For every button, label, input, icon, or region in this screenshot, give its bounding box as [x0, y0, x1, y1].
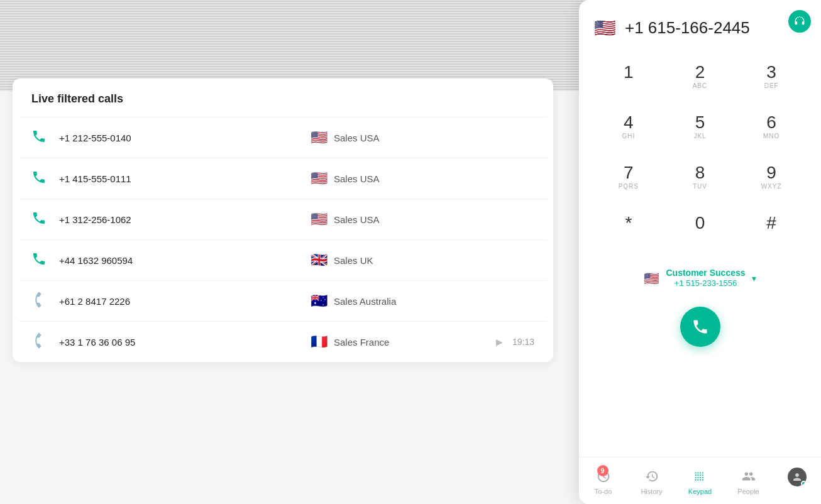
nav-label: History: [641, 488, 662, 495]
calls-panel-header: Live filtered calls: [13, 79, 553, 117]
keypad-key-*[interactable]: *: [594, 204, 663, 252]
call-type-icon: [31, 292, 49, 310]
key-letters: DEF: [764, 82, 779, 91]
call-team-name: Sales USA: [334, 214, 380, 225]
call-row[interactable]: +61 2 8417 2226 🇦🇺 Sales Australia: [19, 280, 547, 321]
call-flag-icon: 🇬🇧: [311, 252, 328, 268]
call-team: 🇺🇸 Sales USA: [311, 170, 380, 187]
call-number: +44 1632 960594: [59, 255, 197, 266]
key-digit: #: [766, 214, 776, 232]
nav-badge: 9: [597, 465, 609, 476]
call-type-icon: [31, 211, 49, 228]
nav-item-people[interactable]: People: [724, 464, 773, 499]
keypad-key-2[interactable]: 2 ABC: [666, 53, 735, 101]
keypad-key-9[interactable]: 9 WXYZ: [737, 154, 806, 202]
nav-item-keypad[interactable]: Keypad: [676, 464, 724, 499]
call-team: 🇫🇷 Sales France: [311, 334, 389, 350]
keypad-key-3[interactable]: 3 DEF: [737, 53, 806, 101]
call-flag-icon: 🇺🇸: [311, 170, 328, 187]
people-icon: [740, 468, 758, 485]
call-team: 🇬🇧 Sales UK: [311, 252, 373, 268]
call-number: +61 2 8417 2226: [59, 296, 197, 307]
call-number: +1 312-256-1062: [59, 214, 197, 225]
user-avatar: [788, 468, 807, 486]
key-letters: MNO: [763, 133, 780, 141]
key-digit: 6: [766, 114, 776, 131]
keypad-icon: [692, 468, 709, 485]
key-letters: GHI: [622, 133, 635, 141]
call-team-name: Sales Australia: [334, 296, 396, 307]
call-team: 🇺🇸 Sales USA: [311, 211, 380, 227]
call-flag-icon: 🇺🇸: [311, 129, 328, 146]
call-number: +33 1 76 36 06 95: [59, 337, 197, 348]
key-digit: 7: [624, 164, 634, 182]
key-digit: 8: [695, 164, 705, 182]
key-letters: PQRS: [619, 183, 639, 192]
dialer-popup: 🇺🇸 +1 615-166-2445 × 1 2 ABC 3 DEF 4 GHI…: [579, 0, 821, 504]
nav-label: To-do: [595, 488, 612, 495]
call-button[interactable]: [680, 307, 720, 347]
key-letters: JKL: [693, 133, 706, 141]
from-number-small: +1 515-233-1556: [675, 278, 737, 289]
call-team: 🇦🇺 Sales Australia: [311, 293, 396, 309]
key-letters: ABC: [693, 82, 708, 91]
key-digit: *: [625, 214, 632, 232]
history-icon: [643, 468, 661, 485]
avatar-online-dot: [801, 481, 807, 486]
call-row[interactable]: +1 415-555-0111 🇺🇸 Sales USA: [19, 158, 547, 199]
keypad-key-0[interactable]: 0: [666, 204, 735, 252]
keypad-grid: 1 2 ABC 3 DEF 4 GHI 5 JKL 6 MNO 7 PQRS 8…: [579, 51, 821, 255]
call-team-name: Sales USA: [334, 173, 380, 184]
keypad-key-5[interactable]: 5 JKL: [666, 104, 735, 151]
key-digit: 1: [624, 63, 634, 81]
key-digit: 3: [766, 63, 776, 81]
call-flag-icon: 🇺🇸: [311, 211, 328, 227]
from-number-row[interactable]: 🇺🇸 Customer Success +1 515-233-1556 ▾: [579, 257, 821, 299]
call-team-name: Sales USA: [334, 133, 380, 143]
calls-list: +1 212-555-0140 🇺🇸 Sales USA +1 415-555-…: [13, 117, 553, 362]
play-icon[interactable]: ▶: [492, 334, 507, 349]
call-team: 🇺🇸 Sales USA: [311, 129, 380, 146]
call-row[interactable]: +33 1 76 36 06 95 🇫🇷 Sales France ▶ 19:1…: [19, 321, 547, 362]
call-row[interactable]: +1 212-555-0140 🇺🇸 Sales USA: [19, 117, 547, 158]
keypad-key-7[interactable]: 7 PQRS: [594, 154, 663, 202]
key-digit: 9: [766, 164, 776, 182]
key-letters: WXYZ: [761, 183, 782, 192]
headset-icon[interactable]: [788, 10, 811, 33]
dialer-number-row: 🇺🇸 +1 615-166-2445 ×: [579, 0, 821, 51]
dialer-nav: 9 To-do History Keypad People: [579, 457, 821, 504]
call-flag-icon: 🇫🇷: [311, 334, 328, 350]
from-flag: 🇺🇸: [644, 271, 659, 286]
keypad-key-4[interactable]: 4 GHI: [594, 104, 663, 151]
nav-item-todo[interactable]: 9 To-do: [579, 464, 627, 499]
dialer-flag: 🇺🇸: [594, 18, 616, 38]
call-duration: 19:13: [512, 337, 534, 347]
call-time: ▶ 19:13: [492, 334, 534, 349]
nav-item-history[interactable]: History: [627, 464, 676, 499]
keypad-key-6[interactable]: 6 MNO: [737, 104, 806, 151]
key-digit: 5: [695, 114, 705, 131]
keypad-key-8[interactable]: 8 TUV: [666, 154, 735, 202]
keypad-key-#[interactable]: #: [737, 204, 806, 252]
nav-item-avatar[interactable]: [773, 464, 821, 499]
call-type-icon: [31, 251, 49, 269]
key-digit: 2: [695, 63, 705, 81]
nav-label: Keypad: [688, 488, 712, 495]
from-number-display: Customer Success +1 515-233-1556: [666, 267, 745, 289]
from-name: Customer Success: [666, 267, 745, 278]
call-team-name: Sales UK: [334, 255, 373, 266]
call-number: +1 212-555-0140: [59, 133, 197, 143]
keypad-key-1[interactable]: 1: [594, 53, 663, 101]
call-type-icon: [31, 129, 49, 146]
call-button-row: [579, 299, 821, 359]
dialer-number-display: +1 615-166-2445: [625, 18, 785, 38]
calls-panel: Live filtered calls +1 212-555-0140 🇺🇸 S…: [13, 79, 553, 362]
call-row[interactable]: +1 312-256-1062 🇺🇸 Sales USA: [19, 199, 547, 239]
key-letters: TUV: [693, 183, 707, 192]
call-type-icon: [31, 170, 49, 187]
chevron-down-icon[interactable]: ▾: [752, 273, 756, 283]
call-row[interactable]: +44 1632 960594 🇬🇧 Sales UK: [19, 239, 547, 280]
call-team-name: Sales France: [334, 337, 389, 348]
call-type-icon: [31, 333, 49, 351]
key-digit: 4: [624, 114, 634, 131]
